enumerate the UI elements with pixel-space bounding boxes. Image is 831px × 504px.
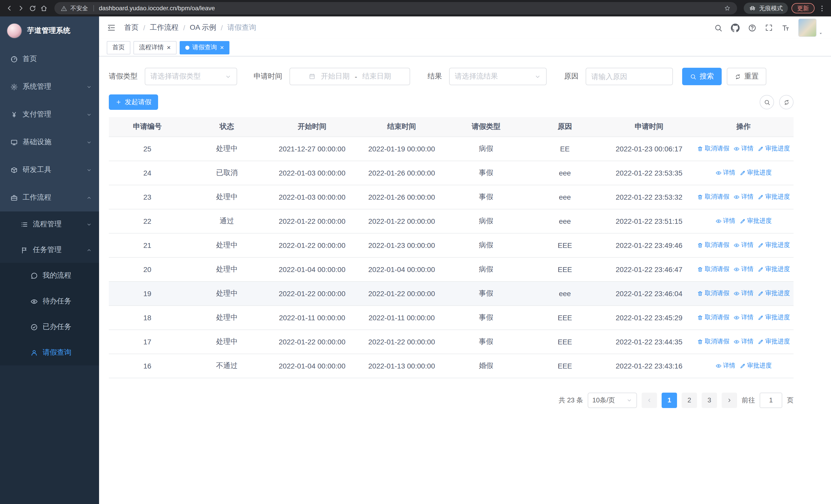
fullscreen-icon[interactable] bbox=[765, 24, 773, 32]
tab-leave-query[interactable]: 请假查询× bbox=[179, 41, 229, 54]
reload-icon[interactable] bbox=[29, 4, 36, 12]
action-progress-link[interactable]: 审批进度 bbox=[757, 265, 790, 273]
apply-time-range-picker[interactable]: 开始日期 - 结束日期 bbox=[289, 68, 410, 85]
cell-end: 2022-01-26 00:00:00 bbox=[356, 161, 447, 185]
action-progress-link[interactable]: 审批进度 bbox=[739, 168, 772, 177]
action-label: 详情 bbox=[723, 361, 735, 370]
action-detail-link[interactable]: 详情 bbox=[734, 241, 753, 249]
action-cancel-link[interactable]: 取消请假 bbox=[697, 313, 729, 322]
action-detail-link[interactable]: 详情 bbox=[734, 144, 753, 153]
page-2-button[interactable]: 2 bbox=[682, 392, 697, 408]
cell-reason: EEE bbox=[525, 305, 605, 329]
action-cancel-link[interactable]: 取消请假 bbox=[697, 265, 729, 273]
page-3-button[interactable]: 3 bbox=[701, 392, 717, 408]
app-logo[interactable]: 芋道管理系统 bbox=[0, 17, 99, 45]
table-search-toggle-button[interactable] bbox=[760, 95, 774, 109]
cell-id: 21 bbox=[109, 233, 186, 257]
eye-icon bbox=[734, 194, 740, 200]
next-page-button[interactable] bbox=[722, 392, 737, 408]
sidebar-item-workflow[interactable]: 工作流程 bbox=[0, 184, 99, 211]
action-progress-link[interactable]: 审批进度 bbox=[757, 337, 790, 346]
cell-actions: 详情审批进度 bbox=[693, 161, 794, 185]
reason-input[interactable] bbox=[586, 68, 673, 85]
sidebar-item-leave-query[interactable]: 请假查询 bbox=[0, 340, 99, 365]
close-icon[interactable]: × bbox=[220, 44, 224, 51]
sidebar-item-payment[interactable]: 支付管理 bbox=[0, 100, 99, 128]
sidebar-item-home[interactable]: 首页 bbox=[0, 45, 99, 73]
table-refresh-button[interactable] bbox=[779, 95, 794, 109]
leave-type-select[interactable]: 请选择请假类型 bbox=[145, 68, 237, 85]
create-leave-button[interactable]: 发起请假 bbox=[109, 94, 158, 110]
sidebar-item-task-mgmt[interactable]: 任务管理 bbox=[0, 237, 99, 263]
breadcrumb-item[interactable]: OA 示例 bbox=[190, 23, 216, 32]
action-detail-link[interactable]: 详情 bbox=[715, 216, 735, 225]
user-avatar[interactable] bbox=[798, 19, 823, 37]
cell-status: 不通过 bbox=[186, 354, 268, 378]
action-cancel-link[interactable]: 取消请假 bbox=[697, 289, 729, 298]
action-cancel-link[interactable]: 取消请假 bbox=[697, 192, 729, 201]
browser-menu-icon[interactable] bbox=[818, 4, 826, 12]
sidebar-item-label: 首页 bbox=[23, 54, 37, 64]
action-cancel-link[interactable]: 取消请假 bbox=[697, 337, 729, 346]
action-detail-link[interactable]: 详情 bbox=[734, 265, 753, 273]
font-size-icon[interactable] bbox=[781, 23, 790, 32]
gear-icon bbox=[10, 83, 18, 91]
reset-button[interactable]: 重置 bbox=[727, 68, 766, 85]
sidebar-item-my-process[interactable]: 我的流程 bbox=[0, 263, 99, 289]
address-bar[interactable]: 不安全 dashboard.yudao.iocoder.cn/bpm/oa/le… bbox=[54, 2, 737, 14]
update-button[interactable]: 更新 bbox=[792, 3, 814, 13]
action-progress-link[interactable]: 审批进度 bbox=[757, 313, 790, 322]
divider bbox=[93, 5, 94, 11]
prev-page-button[interactable] bbox=[641, 392, 657, 408]
cell-reason: eee bbox=[525, 209, 605, 233]
result-select[interactable]: 请选择流结果 bbox=[449, 68, 547, 85]
breadcrumb-item[interactable]: 工作流程 bbox=[150, 23, 179, 32]
close-icon[interactable]: × bbox=[167, 44, 171, 51]
action-progress-link[interactable]: 审批进度 bbox=[757, 144, 790, 153]
action-progress-link[interactable]: 审批进度 bbox=[739, 216, 772, 225]
tab-home[interactable]: 首页 bbox=[107, 41, 131, 54]
action-detail-link[interactable]: 详情 bbox=[734, 313, 753, 322]
search-icon[interactable] bbox=[714, 23, 723, 32]
calendar-icon bbox=[309, 73, 316, 80]
cell-applied: 2022-01-22 23:53:35 bbox=[605, 161, 693, 185]
cell-type: 病假 bbox=[447, 257, 525, 281]
sidebar-item-done-tasks[interactable]: 已办任务 bbox=[0, 314, 99, 340]
sidebar-item-process-mgmt[interactable]: 流程管理 bbox=[0, 211, 99, 237]
breadcrumb-item[interactable]: 首页 bbox=[124, 23, 139, 32]
action-progress-link[interactable]: 审批进度 bbox=[757, 241, 790, 249]
breadcrumb-separator: / bbox=[183, 24, 185, 32]
action-progress-link[interactable]: 审批进度 bbox=[757, 192, 790, 201]
action-progress-link[interactable]: 审批进度 bbox=[757, 289, 790, 298]
action-detail-link[interactable]: 详情 bbox=[734, 192, 753, 201]
home-icon[interactable] bbox=[40, 4, 48, 12]
help-icon[interactable] bbox=[748, 23, 756, 32]
goto-page-input[interactable] bbox=[760, 392, 782, 408]
search-button[interactable]: 搜索 bbox=[682, 68, 722, 85]
leave-type-label: 请假类型 bbox=[109, 72, 138, 81]
sidebar-item-devtools[interactable]: 研发工具 bbox=[0, 156, 99, 184]
table-row: 23处理中2022-01-03 00:00:002022-01-26 00:00… bbox=[109, 185, 794, 209]
sidebar-item-system[interactable]: 系统管理 bbox=[0, 73, 99, 100]
bookmark-star-icon[interactable] bbox=[724, 5, 731, 12]
tab-process-detail[interactable]: 流程详情× bbox=[134, 41, 176, 54]
back-icon[interactable] bbox=[5, 4, 13, 12]
forward-icon[interactable] bbox=[17, 4, 25, 12]
column-header: 申请编号 bbox=[109, 117, 186, 137]
action-detail-link[interactable]: 详情 bbox=[715, 361, 735, 370]
list-icon bbox=[21, 220, 28, 228]
github-icon[interactable] bbox=[731, 23, 740, 32]
action-detail-link[interactable]: 详情 bbox=[734, 337, 753, 346]
breadcrumb: 首页/工作流程/OA 示例/请假查询 bbox=[124, 23, 256, 32]
sidebar-item-infra[interactable]: 基础设施 bbox=[0, 128, 99, 156]
action-cancel-link[interactable]: 取消请假 bbox=[697, 144, 729, 153]
action-cancel-link[interactable]: 取消请假 bbox=[697, 241, 729, 249]
sidebar-item-todo-tasks[interactable]: 待办任务 bbox=[0, 289, 99, 314]
page-unit-label: 页 bbox=[787, 395, 794, 405]
page-1-button[interactable]: 1 bbox=[662, 392, 677, 408]
action-progress-link[interactable]: 审批进度 bbox=[739, 361, 772, 370]
page-size-select[interactable]: 10条/页 bbox=[588, 392, 637, 408]
action-detail-link[interactable]: 详情 bbox=[715, 168, 735, 177]
action-detail-link[interactable]: 详情 bbox=[734, 289, 753, 298]
sidebar-collapse-icon[interactable] bbox=[107, 23, 116, 32]
